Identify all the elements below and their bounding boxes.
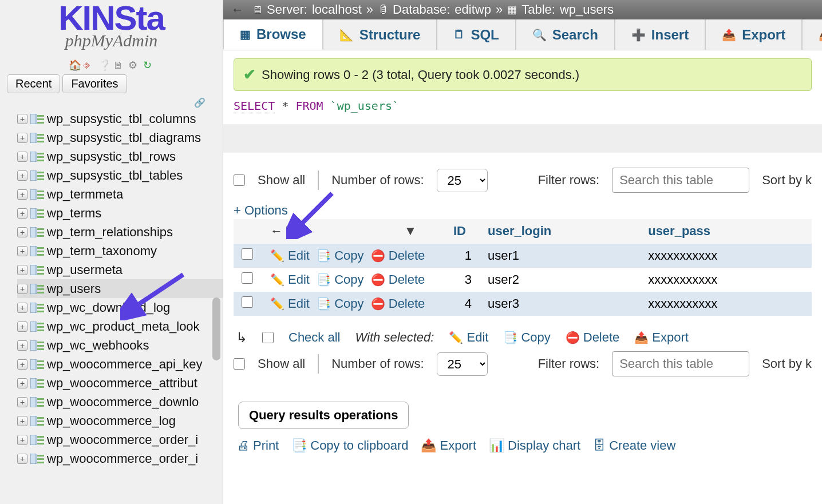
expand-icon[interactable]: + [17, 170, 27, 181]
filter-input[interactable] [612, 168, 749, 193]
expand-icon[interactable]: + [17, 303, 27, 313]
tree-item-wp_supsystic_tbl_columns[interactable]: +wp_supsystic_tbl_columns [17, 109, 223, 128]
pencil-icon: ✏️ [270, 297, 284, 311]
tab-structure[interactable]: 📐Structure [323, 19, 437, 50]
row-edit[interactable]: ✏️Edit [270, 248, 310, 263]
expand-icon[interactable]: + [17, 435, 27, 445]
tab-export[interactable]: 📤Export [705, 19, 802, 50]
expand-icon[interactable]: + [17, 322, 27, 332]
tree-item-wp_supsystic_tbl_tables[interactable]: +wp_supsystic_tbl_tables [17, 166, 223, 185]
row-copy[interactable]: 📑Copy [317, 272, 363, 287]
tree-item-wp_terms[interactable]: +wp_terms [17, 204, 223, 223]
expand-icon[interactable]: + [17, 397, 27, 407]
tree-item-wp_wc_download_log[interactable]: +wp_wc_download_log [17, 298, 223, 317]
th-user-login[interactable]: user_login [480, 219, 640, 244]
expand-icon[interactable]: + [17, 284, 27, 294]
gear-icon[interactable]: ⚙ [128, 59, 140, 71]
num-rows-select[interactable]: 25 [437, 169, 488, 192]
row-copy[interactable]: 📑Copy [317, 248, 363, 263]
svg-rect-72 [30, 454, 36, 464]
check-all-label[interactable]: Check all [289, 330, 340, 345]
expand-icon[interactable]: + [17, 416, 27, 426]
expand-icon[interactable]: + [17, 340, 27, 351]
svg-rect-28 [30, 246, 36, 256]
tree-item-wp_term_taxonomy[interactable]: +wp_term_taxonomy [17, 241, 223, 260]
chain-icon[interactable]: 🔗 [194, 98, 206, 108]
tree-item-wp_term_relationships[interactable]: +wp_term_relationships [17, 223, 223, 241]
svg-rect-20 [30, 208, 36, 219]
ops-export[interactable]: 📤Export [421, 438, 476, 453]
table-tree[interactable]: +wp_supsystic_tbl_columns+wp_supsystic_t… [0, 109, 223, 504]
bc-db-value[interactable]: editwp [455, 2, 491, 17]
tree-item-wp_termmeta[interactable]: +wp_termmeta [17, 185, 223, 204]
expand-icon[interactable]: + [17, 133, 27, 143]
tree-item-wp_woocommerce_attribut[interactable]: +wp_woocommerce_attribut [17, 374, 223, 392]
expand-icon[interactable]: + [17, 454, 27, 464]
tree-item-wp_wc_product_meta_look[interactable]: +wp_wc_product_meta_look [17, 317, 223, 336]
row-checkbox[interactable] [242, 296, 253, 308]
scrollbar[interactable] [212, 297, 220, 360]
doc-icon[interactable]: 🗎 [113, 59, 125, 71]
expand-icon[interactable]: + [17, 265, 27, 275]
row-copy[interactable]: 📑Copy [317, 296, 363, 311]
num-rows-select-2[interactable]: 25 [437, 352, 488, 376]
expand-icon[interactable]: + [17, 189, 27, 200]
ops-create-view[interactable]: 🗄Create view [593, 438, 675, 453]
tree-item-wp_usermeta[interactable]: +wp_usermeta [17, 260, 223, 279]
home-icon[interactable]: 🏠 [69, 59, 80, 71]
tree-item-wp_wc_webhooks[interactable]: +wp_wc_webhooks [17, 336, 223, 355]
tree-item-wp_woocommerce_downlo[interactable]: +wp_woocommerce_downlo [17, 392, 223, 411]
bulk-copy[interactable]: 📑Copy [503, 330, 550, 345]
show-all-checkbox-2[interactable] [234, 358, 245, 370]
row-checkbox[interactable] [242, 272, 253, 284]
expand-icon[interactable]: + [17, 246, 27, 256]
sort-control[interactable]: ← T → ▼ [262, 219, 445, 244]
expand-icon[interactable]: + [17, 359, 27, 370]
row-delete[interactable]: ⛔Delete [371, 272, 425, 287]
filter-input-2[interactable] [612, 351, 749, 376]
tree-item-wp_woocommerce_order_i[interactable]: +wp_woocommerce_order_i [17, 430, 223, 449]
ops-chart[interactable]: 📊Display chart [489, 438, 580, 453]
bulk-delete[interactable]: ⛔Delete [566, 330, 620, 345]
bulk-edit[interactable]: ✏️Edit [449, 330, 488, 345]
bulk-export[interactable]: 📤Export [634, 330, 689, 345]
show-all-checkbox[interactable] [234, 174, 245, 186]
svg-rect-52 [30, 359, 36, 370]
tab-sql[interactable]: 🗒SQL [437, 19, 515, 50]
row-checkbox[interactable] [242, 248, 253, 260]
help-icon[interactable]: ❔ [98, 59, 110, 71]
row-edit[interactable]: ✏️Edit [270, 272, 310, 287]
expand-icon[interactable]: + [17, 152, 27, 162]
bc-table-value[interactable]: wp_users [560, 2, 614, 17]
tree-item-wp_woocommerce_order_i[interactable]: +wp_woocommerce_order_i [17, 449, 223, 468]
tree-item-wp_supsystic_tbl_diagrams[interactable]: +wp_supsystic_tbl_diagrams [17, 128, 223, 147]
tree-item-wp_woocommerce_api_key[interactable]: +wp_woocommerce_api_key [17, 355, 223, 374]
tab-imp[interactable]: 📥Imp [802, 19, 822, 50]
options-toggle[interactable]: + Options [234, 203, 812, 218]
favorites-button[interactable]: Favorites [62, 74, 127, 93]
expand-icon[interactable]: + [17, 378, 27, 388]
expand-icon[interactable]: + [17, 208, 27, 219]
row-edit[interactable]: ✏️Edit [270, 296, 310, 311]
svg-rect-37 [37, 285, 44, 287]
row-delete[interactable]: ⛔Delete [371, 248, 425, 263]
tree-item-wp_woocommerce_log[interactable]: +wp_woocommerce_log [17, 411, 223, 430]
tab-insert[interactable]: ➕Insert [615, 19, 705, 50]
reload-icon[interactable]: ↻ [143, 59, 155, 71]
th-user-pass[interactable]: user_pass [640, 219, 812, 244]
back-arrow-icon[interactable]: ← [228, 2, 247, 17]
exit-icon[interactable]: ⎆ [84, 59, 95, 71]
tab-search[interactable]: 🔍Search [516, 19, 615, 50]
recent-button[interactable]: Recent [7, 74, 60, 93]
expand-icon[interactable]: + [17, 227, 27, 237]
tree-item-wp_users[interactable]: +wp_users [17, 279, 223, 298]
ops-print[interactable]: 🖨Print [237, 438, 279, 453]
expand-icon[interactable]: + [17, 114, 27, 124]
tree-item-wp_supsystic_tbl_rows[interactable]: +wp_supsystic_tbl_rows [17, 147, 223, 166]
tab-browse[interactable]: ▦Browse [223, 19, 323, 50]
check-all-checkbox[interactable] [262, 332, 274, 343]
th-id[interactable]: ID [445, 219, 480, 244]
bc-server-value[interactable]: localhost [312, 2, 362, 17]
row-delete[interactable]: ⛔Delete [371, 296, 425, 311]
ops-copy-clipboard[interactable]: 📑Copy to clipboard [291, 438, 408, 453]
